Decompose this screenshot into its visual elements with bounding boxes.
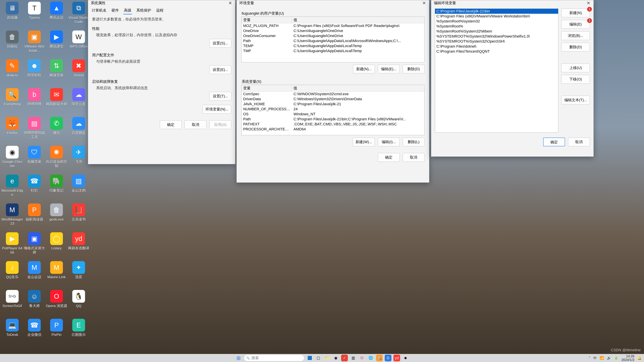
desktop-icon[interactable]: ☻阿里旺旺 [24,58,45,86]
move-up-button[interactable]: 上移(U) [561,63,590,72]
desktop-icon[interactable]: ▤哔哩哔哩投稿工具 [24,116,45,144]
path-row[interactable]: C:\Program Files (x86)\VMware\VMware Wor… [435,14,558,19]
desktop-icon[interactable]: yd网易有道翻译 [68,231,90,259]
tab-4[interactable]: 远程 [156,7,164,14]
path-row[interactable]: %SystemRoot%\System32\Wbem [435,29,558,34]
tab-2[interactable]: 高级 [123,7,132,14]
desktop-icon[interactable]: 🔍Everything [1,87,23,115]
desktop-icon[interactable]: ◉Google Chrome [1,144,23,173]
table-row[interactable]: TMPC:\Users\liuguanglei\AppData\Local\Te… [242,48,424,53]
desktop-icon[interactable]: M金山会议 [24,260,45,288]
desktop-icon[interactable]: ✈飞书 [68,144,90,173]
volume-icon[interactable]: 🔊 [607,356,611,360]
tab-1[interactable]: 硬件 [111,7,120,14]
desktop-icon[interactable]: 🗑回收站 [1,29,23,58]
desktop-icon[interactable]: ☎钉钉 [24,173,45,202]
battery-icon[interactable]: 🔋 [614,356,618,360]
table-row[interactable]: PathC:\Users\liuguanglei\AppData\Local\M… [242,38,424,43]
cancel-button[interactable]: 取消 [568,138,590,146]
table-row[interactable]: NUMBER_OF_PROCESSORS24 [242,107,424,112]
col-value[interactable]: 值 [292,85,424,91]
edit-button[interactable]: 编辑(E) [561,20,590,29]
desktop-icon[interactable]: eMicrosoft Edge [1,173,23,202]
desktop-icon[interactable]: P福昕阅读器 [24,202,45,231]
cancel-button[interactable]: 取消 [403,153,424,162]
table-row[interactable]: OneDriveConsumerC:\Users\liuguanglei\One… [242,33,424,38]
todoist-icon[interactable]: ✓ [341,355,348,361]
wifi-icon[interactable]: 📶 [600,356,604,360]
desktop-icon[interactable]: ✉网易邮箱大师 [46,87,68,115]
desktop-icon[interactable]: 📕京东读书 [68,202,90,231]
sys-new-button[interactable]: 新建(W)... [353,138,375,146]
table-row[interactable]: JAVA_HOMEC:\Program Files\Java\jdk-21 [242,102,424,107]
perf-settings-button[interactable]: 设置(S)... [210,39,231,48]
edge-icon[interactable]: 🌐 [367,355,374,361]
table-row[interactable]: MOZ_PLUGIN_PATHC:\Program Files (x86)\Fo… [242,23,424,28]
chrome-icon[interactable]: ◉ [332,355,339,361]
desktop-icon[interactable]: ☁阿里云盘 [68,87,90,115]
envvars-titlebar[interactable]: 环境变量 ✕ [237,0,429,6]
env-vars-button[interactable]: 环境变量(N)... [202,105,231,114]
desktop-icon[interactable]: PPixPin [46,318,68,346]
sysprops-titlebar[interactable]: 系统属性 ✕ [88,0,235,6]
desktop-icon[interactable]: 💻ToDesk [1,318,23,346]
sys-edit-button[interactable]: 编辑(I)... [378,138,400,146]
copilot-icon[interactable]: 🟦 [306,355,313,361]
desktop-icon[interactable]: ✆微信 [46,116,68,144]
desktop-icon[interactable]: ▣VMware Workstati... [24,29,45,58]
app-icon-pink[interactable]: ☻ [402,355,409,361]
table-row[interactable]: PROCESSOR_ARCHITECTUREAMD64 [242,127,424,132]
desktop-icon[interactable]: 🗑geek.exe [46,202,68,231]
sys-delete-button[interactable]: 删除(L) [403,138,424,146]
desktop-icon[interactable]: 🛡电脑管家 [24,144,45,173]
task-view-icon[interactable]: ▢ [315,355,322,361]
desktop-icon[interactable]: ▧金山文档 [68,173,90,202]
ok-button[interactable]: 确定 [160,120,182,129]
desktop-icon[interactable]: ▶PotPlayer 64 bit [1,231,23,259]
table-row[interactable]: PATHEXT.COM;.EXE;.BAT;.CMD;.VBS;.VBE;.JS… [242,122,424,127]
desktop-icon[interactable]: 🦊Firefox [1,116,23,144]
desktop-icon[interactable]: 🖥此电脑 [1,0,23,29]
tab-3[interactable]: 系统保护 [136,7,152,14]
sys-vars-table[interactable]: 变量 值 ComSpecC:\WINDOWS\system32\cmd.exeD… [241,85,424,135]
ok-button[interactable]: 确定 [543,138,565,146]
profile-settings-button[interactable]: 设置(E)... [210,65,231,74]
tab-0[interactable]: 计算机名 [91,7,107,14]
user-delete-button[interactable]: 删除(D) [403,65,424,73]
close-icon[interactable]: ✕ [421,0,428,6]
move-down-button[interactable]: 下移(O) [561,75,590,84]
desktop-icon[interactable]: 🐧QQ [68,289,90,317]
ime-indicator[interactable]: 中 [593,356,597,360]
new-button[interactable]: 新建(N) [561,8,590,17]
table-row[interactable]: ComSpecC:\WINDOWS\system32\cmd.exe [242,91,424,96]
youdao-icon[interactable]: yd [394,355,400,361]
opera-icon[interactable]: O [358,355,365,361]
desktop-icon[interactable]: ▣嗨格式录屏大师 [24,231,45,259]
apply-button[interactable]: 应用(A) [210,120,231,129]
table-row[interactable]: PathC:\Program Files\Java\jdk-21\bin;C:\… [242,117,424,122]
edit-text-button[interactable]: 编辑文本(T)... [561,96,590,104]
desktop-icon[interactable]: OOpera 浏览器 [46,289,68,317]
taskbar-search[interactable]: 🔍 [244,355,304,361]
desktop-icon[interactable]: MMaono Link [46,260,68,288]
user-edit-button[interactable]: 编辑(E)... [378,65,400,73]
app-icon[interactable]: ▥ [350,355,356,361]
desktop-icon[interactable]: ⧉Visual Studio Code [68,0,90,29]
desktop-icon[interactable]: ✦迅雷 [68,260,90,288]
desktop-icon[interactable]: S>GScreenToGif [1,289,23,317]
everything-icon[interactable]: 🔍 [376,355,383,361]
col-value[interactable]: 值 [292,17,424,23]
path-row[interactable]: %SystemRoot%\system32 [435,19,558,24]
startup-settings-button[interactable]: 设置(T)... [210,92,231,100]
col-variable[interactable]: 变量 [242,17,292,23]
path-row[interactable]: %SYSTEMROOT%\System32\WindowsPowerShell\… [435,34,558,39]
desktop-icon[interactable]: ▶腾讯课堂 [46,29,68,58]
path-row[interactable]: C:\Program Files\dotnet\ [435,44,558,49]
table-row[interactable]: OneDriveC:\Users\liuguanglei\OneDrive [242,28,424,33]
desktop-icon[interactable]: ☺鲁大师 [24,289,45,317]
user-vars-table[interactable]: 变量 值 MOZ_PLUGIN_PATHC:\Program Files (x8… [241,16,424,62]
desktop-icon[interactable]: 🐘印象笔记 [46,173,68,202]
table-row[interactable]: OSWindows_NT [242,112,424,117]
start-button[interactable]: ⊞ [235,355,242,361]
desktop-icon[interactable]: WWPS Office [68,29,90,58]
